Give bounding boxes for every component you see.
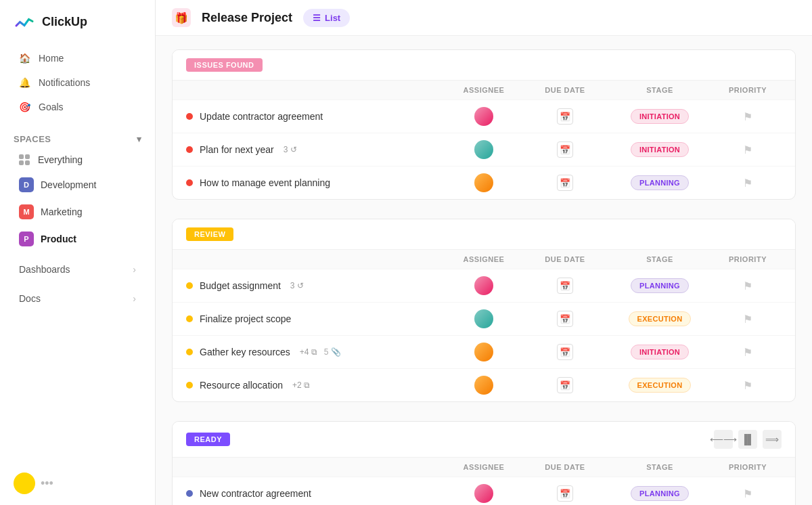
stage-cell: PLANNING: [606, 175, 714, 190]
stage-badge: PLANNING: [631, 175, 689, 190]
calendar-icon: 📅: [557, 108, 573, 125]
flag-icon: ⚑: [740, 377, 756, 393]
priority-dot: [186, 113, 193, 120]
toolbar-btn-1[interactable]: ⟵⟶: [714, 430, 733, 449]
col-stage-rd: STAGE: [606, 463, 714, 471]
sidebar-item-everything[interactable]: Everything: [5, 149, 150, 171]
stage-cell: INITIATION: [606, 142, 714, 157]
project-title: Release Project: [202, 11, 292, 25]
development-space-icon: D: [19, 177, 34, 192]
col-task-r: [186, 255, 443, 263]
task-subtask-count: 3 ↺: [284, 145, 297, 154]
table-row[interactable]: Budget assignment 3 ↺ 📅 PLANNING ⚑: [173, 269, 795, 302]
col-assignee: ASSIGNEE: [443, 86, 524, 94]
sidebar: ClickUp 🏠 Home 🔔 Notifications 🎯 Goals S…: [0, 0, 156, 505]
logo-container[interactable]: ClickUp: [0, 0, 155, 43]
calendar-icon: 📅: [557, 141, 573, 158]
bell-icon: 🔔: [19, 77, 30, 88]
table-row[interactable]: Finalize project scope 📅 EXECUTION ⚑: [173, 302, 795, 335]
project-icon: 🎁: [172, 8, 191, 27]
priority-dot: [186, 315, 193, 322]
chevron-right-icon: ›: [133, 264, 136, 275]
priority-dot: [186, 349, 193, 355]
list-view-tab[interactable]: ☰ List: [303, 9, 350, 27]
col-due-rd: DUE DATE: [524, 463, 606, 471]
calendar-icon: 📅: [557, 344, 573, 360]
nav-notifications-label: Notifications: [39, 77, 90, 88]
flag-icon: ⚑: [740, 278, 756, 294]
sidebar-item-goals[interactable]: 🎯 Goals: [5, 95, 150, 118]
sidebar-item-notifications[interactable]: 🔔 Notifications: [5, 71, 150, 94]
task-title: Gather key resources: [200, 347, 290, 357]
sidebar-footer: •••: [0, 462, 155, 505]
stage-badge: EXECUTION: [629, 378, 692, 393]
task-name: Budget assignment 3 ↺: [186, 280, 443, 291]
due-cell: 📅: [524, 344, 606, 360]
priority-dot: [186, 490, 193, 497]
calendar-icon: 📅: [557, 175, 573, 191]
stage-badge: PLANNING: [631, 486, 689, 501]
list-icon: ☰: [313, 13, 321, 23]
product-space-icon: P: [19, 232, 34, 246]
priority-cell: ⚑: [714, 485, 782, 502]
toolbar-btn-3[interactable]: ⟹: [763, 430, 782, 449]
avatar: [474, 484, 493, 503]
section-issues: ISSUES FOUND ASSIGNEE DUE DATE STAGE PRI…: [172, 49, 796, 200]
section-review: REVIEW ASSIGNEE DUE DATE STAGE PRIORITY …: [172, 219, 796, 402]
col-stage: STAGE: [606, 86, 714, 94]
sidebar-item-product[interactable]: P Product: [5, 226, 150, 252]
stage-badge: INITIATION: [631, 142, 689, 157]
col-priority: PRIORITY: [714, 86, 782, 94]
stage-badge: INITIATION: [631, 109, 689, 124]
task-title: New contractor agreement: [200, 488, 311, 499]
toolbar-btn-2[interactable]: ▐▌: [738, 430, 757, 449]
assignee-cell: [443, 140, 524, 159]
attachment-count: 5 📎: [324, 347, 341, 357]
spaces-label: Spaces: [14, 134, 51, 144]
dashboards-label: Dashboards: [19, 264, 70, 275]
col-assignee-rd: ASSIGNEE: [443, 463, 524, 471]
chevron-right-icon-docs: ›: [133, 293, 136, 304]
due-cell: 📅: [524, 175, 606, 191]
col-due-r: DUE DATE: [524, 255, 606, 263]
marketing-label: Marketing: [41, 206, 82, 217]
calendar-icon: 📅: [557, 485, 573, 502]
assignee-cell: [443, 173, 524, 192]
stage-cell: INITIATION: [606, 345, 714, 359]
stage-cell: EXECUTION: [606, 378, 714, 393]
nav-menu: 🏠 Home 🔔 Notifications 🎯 Goals: [0, 43, 155, 122]
avatar: [474, 276, 493, 295]
task-content: ISSUES FOUND ASSIGNEE DUE DATE STAGE PRI…: [156, 36, 812, 505]
user-avatar[interactable]: [14, 473, 35, 494]
table-row[interactable]: Resource allocation +2 ⧉ 📅 EXECUTION ⚑: [173, 368, 795, 401]
avatar: [474, 173, 493, 192]
priority-dot: [186, 179, 193, 186]
task-name: Gather key resources +4 ⧉ 5 📎: [186, 347, 443, 357]
flag-icon: ⚑: [740, 175, 756, 191]
col-due: DUE DATE: [524, 86, 606, 94]
task-name: Update contractor agreement: [186, 111, 443, 122]
table-row[interactable]: How to manage event planning 📅 PLANNING …: [173, 166, 795, 199]
sidebar-item-marketing[interactable]: M Marketing: [5, 199, 150, 225]
task-title: Finalize project scope: [200, 313, 291, 324]
assignee-cell: [443, 107, 524, 126]
table-row[interactable]: Plan for next year 3 ↺ 📅 INITIATION ⚑: [173, 133, 795, 166]
everything-label: Everything: [38, 154, 83, 165]
sidebar-item-docs[interactable]: Docs ›: [5, 287, 150, 310]
assignee-cell: [443, 343, 524, 361]
table-row[interactable]: New contractor agreement 📅 PLANNING ⚑: [173, 477, 795, 505]
due-cell: 📅: [524, 108, 606, 125]
col-assignee-r: ASSIGNEE: [443, 255, 524, 263]
sidebar-item-dashboards[interactable]: Dashboards ›: [5, 258, 150, 281]
task-title: Plan for next year: [200, 144, 274, 155]
spaces-header: Spaces ▾: [0, 127, 155, 148]
avatar: [474, 343, 493, 361]
chevron-down-icon[interactable]: ▾: [137, 134, 142, 144]
table-row[interactable]: Gather key resources +4 ⧉ 5 📎 📅 INITIATI…: [173, 335, 795, 368]
sidebar-item-home[interactable]: 🏠 Home: [5, 47, 150, 70]
table-row[interactable]: Update contractor agreement 📅 INITIATION…: [173, 100, 795, 133]
stage-badge: PLANNING: [631, 278, 689, 293]
sidebar-item-development[interactable]: D Development: [5, 172, 150, 198]
priority-cell: ⚑: [714, 377, 782, 393]
task-title: How to manage event planning: [200, 177, 330, 188]
